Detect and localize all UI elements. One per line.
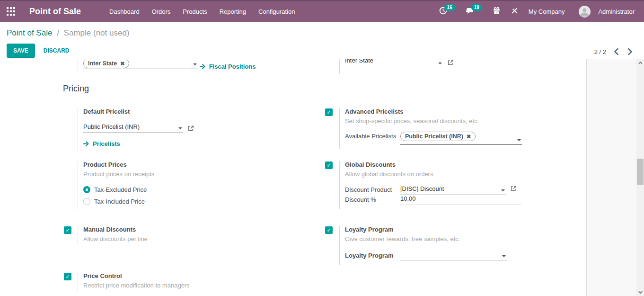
setting-label: Global Discounts bbox=[345, 161, 583, 168]
discount-product-field[interactable]: [DISC] Discount bbox=[400, 185, 506, 195]
setting-label: Advanced Pricelists bbox=[345, 108, 583, 115]
user-avatar[interactable] bbox=[579, 6, 591, 18]
manual-discounts-setting: ✓ Manual Discounts Allow discounts per l… bbox=[64, 226, 322, 245]
breadcrumb-separator: / bbox=[54, 28, 62, 37]
scrollbar-thumb[interactable] bbox=[637, 159, 644, 185]
debug-tools-button[interactable] bbox=[508, 5, 521, 18]
fiscal-position-single-block: Inter State bbox=[325, 59, 583, 74]
price-control-setting: ✓ Price Control Restrict price modificat… bbox=[64, 272, 322, 292]
scroll-up-icon[interactable] bbox=[636, 59, 644, 67]
loyalty-program-setting: ✓ Loyalty Program Give customer rewards,… bbox=[325, 226, 583, 265]
control-panel: Point of Sale / Sample (not used) SAVE D… bbox=[0, 23, 644, 59]
setting-description: Allow discounts per line bbox=[83, 235, 322, 242]
activities-badge[interactable]: 16 bbox=[444, 4, 455, 11]
setting-description: Set shop-specific prices, seasonal disco… bbox=[345, 117, 583, 125]
setting-label: Manual Discounts bbox=[83, 226, 322, 233]
external-link-icon[interactable] bbox=[447, 59, 454, 67]
fiscal-position-tags-block: Inter State ✖ Fiscal Positions bbox=[64, 59, 322, 71]
arrow-right-icon bbox=[83, 141, 89, 146]
link-label: Fiscal Positions bbox=[209, 63, 256, 70]
pager-value[interactable]: 2 / 2 bbox=[594, 48, 606, 55]
dropdown-caret-icon[interactable] bbox=[193, 63, 197, 65]
scroll-down-icon[interactable] bbox=[636, 288, 644, 296]
tag-label: Inter State bbox=[88, 60, 117, 67]
menu-dashboard[interactable]: Dashboard bbox=[105, 5, 144, 18]
discount-percent-input[interactable]: 10.00 bbox=[400, 195, 522, 205]
external-link-icon[interactable] bbox=[510, 185, 517, 193]
field-value: [DISC] Discount bbox=[400, 185, 444, 192]
dropdown-caret-icon[interactable] bbox=[178, 127, 182, 129]
app-title[interactable]: Point of Sale bbox=[29, 7, 81, 17]
breadcrumb-parent-link[interactable]: Point of Sale bbox=[7, 28, 52, 37]
fiscal-position-field[interactable]: Inter State bbox=[345, 59, 443, 67]
arrow-right-icon bbox=[200, 64, 206, 69]
link-label: Pricelists bbox=[93, 140, 120, 147]
tools-icon bbox=[511, 7, 518, 16]
user-menu[interactable]: Administrator bbox=[595, 6, 637, 17]
product-prices-setting: Product Prices Product prices on receipt… bbox=[64, 161, 322, 210]
pager-previous-icon[interactable] bbox=[613, 47, 620, 56]
setting-label: Loyalty Program bbox=[345, 226, 583, 233]
radio-label[interactable]: Tax-Included Price bbox=[94, 198, 145, 205]
radio-label[interactable]: Tax-Excluded Price bbox=[94, 186, 147, 193]
field-label: Loyalty Program bbox=[345, 251, 400, 261]
fiscal-position-tags-field[interactable]: Inter State ✖ bbox=[83, 60, 198, 69]
advanced-pricelists-checkbox[interactable]: ✓ bbox=[325, 108, 333, 116]
messages-badge[interactable]: 19 bbox=[471, 4, 482, 11]
pager: 2 / 2 bbox=[594, 47, 634, 56]
global-discounts-checkbox[interactable]: ✓ bbox=[325, 161, 333, 169]
top-navbar: Point of Sale Dashboard Orders Products … bbox=[0, 0, 644, 22]
tag-label: Public Pricelist (INR) bbox=[405, 133, 463, 140]
fiscal-positions-link[interactable]: Fiscal Positions bbox=[200, 63, 256, 70]
menu-reporting[interactable]: Reporting bbox=[215, 5, 251, 18]
sheet-margin bbox=[587, 59, 636, 296]
field-value: 10.00 bbox=[400, 195, 416, 202]
menu-products[interactable]: Products bbox=[178, 5, 212, 18]
loyalty-program-checkbox[interactable]: ✓ bbox=[325, 226, 333, 234]
menu-orders[interactable]: Orders bbox=[147, 5, 176, 18]
save-button[interactable]: SAVE bbox=[7, 44, 35, 58]
loyalty-program-field[interactable] bbox=[400, 251, 507, 261]
activities-button[interactable]: 16 bbox=[436, 5, 458, 18]
dropdown-caret-icon[interactable] bbox=[502, 255, 506, 257]
price-control-checkbox[interactable]: ✓ bbox=[64, 273, 71, 280]
setting-description: Allow global discounts on orders bbox=[345, 170, 583, 178]
menu-configuration[interactable]: Configuration bbox=[254, 5, 300, 18]
remove-tag-icon[interactable]: ✖ bbox=[120, 61, 124, 67]
dropdown-caret-icon[interactable] bbox=[438, 63, 442, 64]
discard-button[interactable]: DISCARD bbox=[44, 47, 70, 54]
gift-button[interactable] bbox=[490, 5, 503, 18]
setting-description: Give customer rewards, free samples, etc… bbox=[345, 235, 583, 242]
messages-button[interactable]: 19 bbox=[463, 5, 485, 18]
available-pricelist-tag: Public Pricelist (INR) ✖ bbox=[400, 132, 476, 141]
settings-form: Inter State ✖ Fiscal Positions Inter Sta… bbox=[0, 59, 644, 296]
main-menu: Dashboard Orders Products Reporting Conf… bbox=[105, 5, 300, 18]
settings-sheet: Inter State ✖ Fiscal Positions Inter Sta… bbox=[0, 59, 587, 296]
pager-next-icon[interactable] bbox=[626, 47, 634, 56]
section-title-pricing: Pricing bbox=[63, 84, 89, 94]
default-pricelist-field[interactable]: Public Pricelist (INR) bbox=[83, 123, 183, 133]
external-link-icon[interactable] bbox=[187, 125, 194, 133]
field-label: Available Pricelists bbox=[345, 132, 400, 145]
dropdown-caret-icon[interactable] bbox=[517, 139, 521, 141]
gift-icon bbox=[493, 7, 501, 16]
advanced-pricelists-setting: ✓ Advanced Pricelists Set shop-specific … bbox=[325, 108, 583, 149]
available-pricelists-field[interactable]: Public Pricelist (INR) ✖ bbox=[400, 132, 522, 145]
breadcrumb: Point of Sale / Sample (not used) bbox=[7, 28, 637, 38]
breadcrumb-current: Sample (not used) bbox=[64, 28, 130, 37]
global-discounts-setting: ✓ Global Discounts Allow global discount… bbox=[325, 161, 583, 209]
manual-discounts-checkbox[interactable]: ✓ bbox=[64, 226, 71, 234]
pricelists-link[interactable]: Pricelists bbox=[83, 140, 120, 147]
setting-label: Price Control bbox=[83, 272, 322, 279]
setting-label: Default Pricelist bbox=[83, 108, 322, 115]
field-label: Discount % bbox=[345, 195, 400, 205]
field-value: Inter State bbox=[345, 59, 443, 64]
dropdown-caret-icon[interactable] bbox=[501, 189, 505, 191]
systray: 16 19 My Company Administrator bbox=[436, 5, 637, 18]
tax-excluded-radio[interactable] bbox=[83, 186, 90, 193]
company-menu[interactable]: My Company bbox=[526, 6, 568, 17]
apps-menu-icon[interactable] bbox=[7, 7, 15, 16]
remove-tag-icon[interactable]: ✖ bbox=[467, 134, 471, 140]
tax-included-radio[interactable] bbox=[83, 198, 90, 205]
default-pricelist-setting: Default Pricelist Public Pricelist (INR)… bbox=[64, 108, 322, 152]
